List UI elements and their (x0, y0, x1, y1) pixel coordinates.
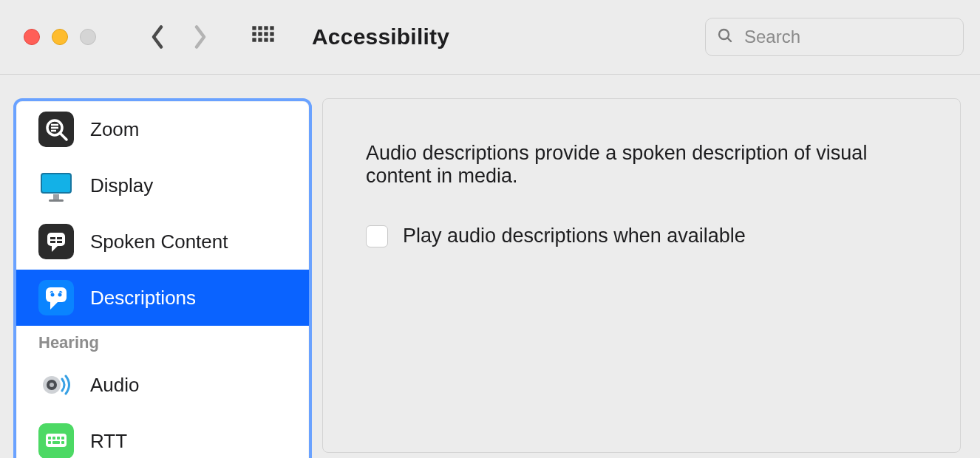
audio-icon (38, 367, 74, 403)
svg-rect-8 (252, 38, 256, 41)
svg-point-35 (58, 293, 62, 297)
svg-rect-27 (50, 237, 55, 239)
back-button[interactable] (149, 24, 166, 49)
svg-rect-14 (38, 112, 74, 147)
sidebar-item-label: Audio (90, 374, 140, 397)
sidebar-item-rtt[interactable]: RTT (16, 413, 309, 458)
svg-point-34 (51, 293, 55, 297)
sidebar-item-label: Descriptions (90, 287, 196, 310)
show-all-prefs-button[interactable] (251, 25, 275, 49)
search-icon (716, 27, 734, 47)
fullscreen-window-button[interactable] (80, 29, 96, 45)
svg-rect-46 (52, 441, 60, 444)
sidebar-item-label: RTT (90, 430, 127, 453)
close-window-button[interactable] (24, 29, 40, 45)
svg-rect-6 (264, 32, 268, 35)
sidebar-item-audio[interactable]: Audio (16, 357, 309, 413)
sidebar-item-descriptions[interactable]: Descriptions (16, 270, 309, 326)
svg-rect-0 (252, 26, 256, 30)
minimize-window-button[interactable] (52, 29, 68, 45)
svg-rect-7 (270, 32, 273, 35)
svg-rect-32 (46, 287, 67, 302)
svg-rect-20 (41, 174, 71, 193)
sidebar-item-label: Display (90, 174, 153, 197)
search-input[interactable] (743, 26, 953, 48)
descriptions-icon (38, 280, 74, 315)
svg-rect-29 (50, 241, 55, 243)
svg-rect-5 (258, 32, 262, 35)
svg-rect-25 (47, 233, 65, 246)
svg-rect-47 (61, 441, 64, 444)
display-icon (38, 168, 74, 203)
svg-line-13 (727, 38, 731, 41)
play-audio-descriptions-row[interactable]: Play audio descriptions when available (366, 225, 917, 247)
forward-button[interactable] (192, 24, 208, 49)
descriptions-help-text: Audio descriptions provide a spoken desc… (366, 142, 898, 188)
svg-rect-44 (61, 437, 64, 440)
svg-rect-43 (57, 437, 60, 440)
sidebar-item-label: Zoom (90, 118, 139, 141)
sidebar-item-zoom[interactable]: Zoom (16, 101, 309, 157)
svg-rect-28 (57, 237, 62, 239)
svg-rect-2 (264, 26, 268, 30)
svg-rect-1 (258, 26, 262, 30)
svg-rect-40 (46, 434, 67, 447)
toolbar: Accessibility (0, 0, 980, 75)
svg-rect-10 (264, 38, 268, 41)
traffic-lights (0, 29, 96, 45)
svg-rect-30 (57, 241, 62, 243)
svg-rect-22 (53, 194, 59, 199)
sidebar-item-spoken-content[interactable]: Spoken Content (16, 213, 309, 270)
sidebar: Zoom Display Spoken Content (13, 98, 312, 458)
sidebar-item-label: Spoken Content (90, 230, 228, 253)
play-audio-descriptions-label: Play audio descriptions when available (403, 225, 746, 247)
svg-rect-41 (48, 437, 51, 440)
svg-rect-23 (49, 199, 64, 202)
svg-rect-3 (270, 26, 273, 30)
nav-arrows (149, 24, 208, 49)
sidebar-section-hearing: Hearing (16, 326, 309, 357)
play-audio-descriptions-checkbox[interactable] (366, 225, 388, 247)
rtt-icon (38, 423, 74, 458)
svg-rect-4 (252, 32, 256, 35)
zoom-icon (38, 112, 74, 147)
svg-rect-42 (52, 437, 55, 440)
search-field[interactable] (705, 18, 964, 56)
spoken-icon (38, 224, 74, 259)
content-panel: Audio descriptions provide a spoken desc… (322, 98, 961, 453)
svg-rect-9 (258, 38, 262, 41)
svg-rect-11 (270, 38, 273, 41)
window-title: Accessibility (312, 24, 449, 49)
sidebar-item-display[interactable]: Display (16, 157, 309, 213)
svg-point-38 (50, 383, 54, 387)
svg-rect-45 (48, 441, 51, 444)
